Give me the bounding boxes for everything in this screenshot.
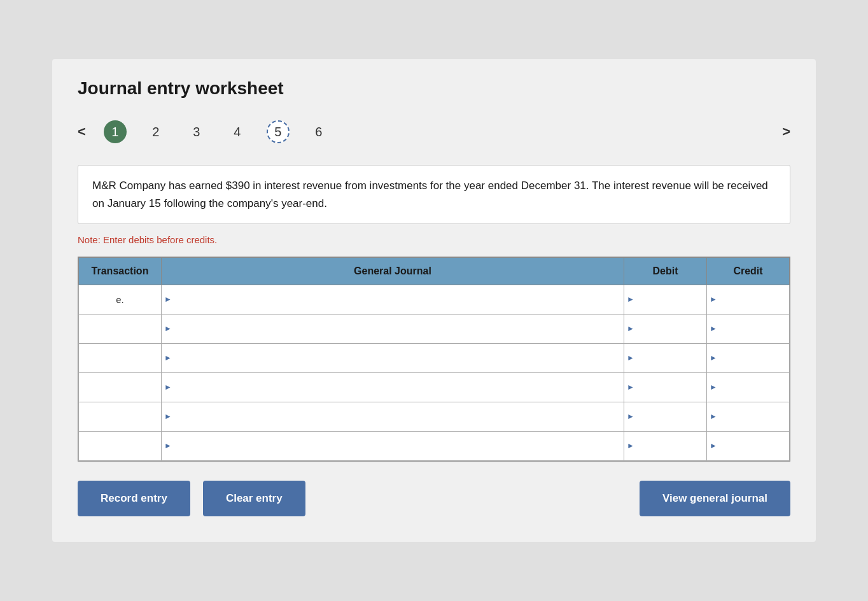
- debit-cell-4: ►: [624, 372, 707, 402]
- credit-input-2[interactable]: [707, 315, 789, 343]
- navigation-bar: < 1 2 3 4 5 6 >: [78, 114, 790, 150]
- nav-item-3[interactable]: 3: [185, 120, 208, 143]
- debit-input-3[interactable]: [624, 344, 706, 372]
- journal-cell-5: ►: [162, 402, 624, 431]
- table-header-row: Transaction General Journal Debit Credit: [79, 257, 790, 285]
- table-row: ► ► ►: [79, 402, 790, 431]
- journal-cell-4: ►: [162, 372, 624, 402]
- table-row: ► ► ►: [79, 431, 790, 460]
- journal-input-1[interactable]: [162, 285, 624, 314]
- credit-cell-5: ►: [707, 402, 790, 431]
- journal-cell-6: ►: [162, 431, 624, 460]
- debit-cell-1: ►: [624, 285, 707, 314]
- debit-input-6[interactable]: [624, 432, 706, 460]
- journal-cell-2: ►: [162, 314, 624, 343]
- debit-input-1[interactable]: [624, 285, 706, 314]
- journal-table: Transaction General Journal Debit Credit…: [78, 257, 790, 461]
- view-general-journal-button[interactable]: View general journal: [640, 481, 790, 516]
- arrow-icon: ►: [627, 383, 634, 392]
- col-header-transaction: Transaction: [79, 257, 162, 285]
- debit-cell-2: ►: [624, 314, 707, 343]
- credit-cell-1: ►: [707, 285, 790, 314]
- nav-item-6[interactable]: 6: [307, 120, 330, 143]
- arrow-icon: ►: [710, 295, 717, 304]
- col-header-debit: Debit: [624, 257, 707, 285]
- credit-input-3[interactable]: [707, 344, 789, 372]
- journal-input-2[interactable]: [162, 315, 624, 343]
- credit-cell-6: ►: [707, 431, 790, 460]
- debit-input-5[interactable]: [624, 402, 706, 431]
- table-row: ► ► ►: [79, 314, 790, 343]
- nav-item-5[interactable]: 5: [267, 120, 290, 143]
- arrow-icon: ►: [164, 353, 172, 362]
- journal-input-6[interactable]: [162, 432, 624, 460]
- transaction-cell-6: [79, 431, 162, 460]
- next-arrow[interactable]: >: [782, 124, 790, 140]
- transaction-cell-3: [79, 343, 162, 372]
- arrow-icon: ►: [627, 324, 634, 333]
- arrow-icon: ►: [164, 412, 172, 421]
- credit-input-1[interactable]: [707, 285, 789, 314]
- credit-cell-3: ►: [707, 343, 790, 372]
- table-row: ► ► ►: [79, 372, 790, 402]
- main-container: Journal entry worksheet < 1 2 3 4 5 6 > …: [52, 59, 816, 541]
- debit-input-4[interactable]: [624, 373, 706, 402]
- nav-item-4[interactable]: 4: [226, 120, 249, 143]
- nav-item-2[interactable]: 2: [144, 120, 167, 143]
- arrow-icon: ►: [164, 383, 172, 392]
- clear-entry-button[interactable]: Clear entry: [203, 481, 305, 516]
- journal-cell-1: ►: [162, 285, 624, 314]
- arrow-icon: ►: [627, 353, 634, 362]
- journal-table-wrapper: Transaction General Journal Debit Credit…: [78, 257, 790, 462]
- credit-input-5[interactable]: [707, 402, 789, 431]
- arrow-icon: ►: [164, 441, 172, 450]
- arrow-icon: ►: [164, 295, 172, 304]
- arrow-icon: ►: [627, 295, 634, 304]
- arrow-icon: ►: [710, 441, 717, 450]
- journal-input-3[interactable]: [162, 344, 624, 372]
- transaction-cell-2: [79, 314, 162, 343]
- debit-input-2[interactable]: [624, 315, 706, 343]
- credit-input-4[interactable]: [707, 373, 789, 402]
- transaction-cell-5: [79, 402, 162, 431]
- description-text: M&R Company has earned $390 in interest …: [92, 180, 768, 209]
- credit-input-6[interactable]: [707, 432, 789, 460]
- arrow-icon: ►: [710, 353, 717, 362]
- col-header-journal: General Journal: [162, 257, 624, 285]
- transaction-cell-1: e.: [79, 285, 162, 314]
- arrow-icon: ►: [710, 383, 717, 392]
- arrow-icon: ►: [710, 412, 717, 421]
- nav-item-1[interactable]: 1: [104, 120, 127, 143]
- button-row: Record entry Clear entry View general jo…: [78, 481, 790, 516]
- record-entry-button[interactable]: Record entry: [78, 481, 190, 516]
- col-header-credit: Credit: [707, 257, 790, 285]
- journal-cell-3: ►: [162, 343, 624, 372]
- credit-cell-2: ►: [707, 314, 790, 343]
- journal-input-5[interactable]: [162, 402, 624, 431]
- transaction-cell-4: [79, 372, 162, 402]
- debit-cell-3: ►: [624, 343, 707, 372]
- description-box: M&R Company has earned $390 in interest …: [78, 165, 790, 223]
- note-text: Note: Enter debits before credits.: [78, 234, 790, 245]
- page-title: Journal entry worksheet: [78, 78, 790, 99]
- debit-cell-5: ►: [624, 402, 707, 431]
- table-row: e. ► ► ►: [79, 285, 790, 314]
- credit-cell-4: ►: [707, 372, 790, 402]
- arrow-icon: ►: [710, 324, 717, 333]
- prev-arrow[interactable]: <: [78, 124, 86, 140]
- arrow-icon: ►: [627, 441, 634, 450]
- arrow-icon: ►: [627, 412, 634, 421]
- table-row: ► ► ►: [79, 343, 790, 372]
- journal-input-4[interactable]: [162, 373, 624, 402]
- debit-cell-6: ►: [624, 431, 707, 460]
- arrow-icon: ►: [164, 324, 172, 333]
